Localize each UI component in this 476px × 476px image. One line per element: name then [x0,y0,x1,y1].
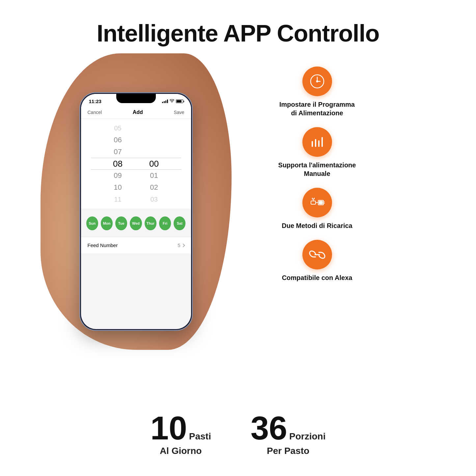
phone-screen: 11:23 [81,94,191,329]
picker-item: 10 [106,182,129,193]
phone-frame: 11:23 [80,93,192,330]
feature-manual: Supporta l'alimentazioneManuale [225,127,409,178]
link-icon-circle [302,240,332,269]
days-row: Sun Mon Tue Wed Thur Fri Sat [86,216,186,230]
day-tue[interactable]: Tue [115,216,127,230]
feature-schedule: Impostare il Programmadi Alimentazione [225,67,409,117]
stat-pasti: 10 Pasti Al Giorno [151,411,211,456]
bottom-stats: 10 Pasti Al Giorno 36 Porzioni Per Pasto [0,411,476,476]
right-panel: Impostare il Programmadi Alimentazione S… [225,60,409,282]
day-sun[interactable]: Sun [86,216,98,230]
picker-item [143,134,166,146]
phone-notch [116,94,156,103]
minute-picker[interactable]: 00 01 02 03 [143,122,166,205]
feature-schedule-text: Impostare il Programmadi Alimentazione [279,100,355,117]
phone-wrapper: 11:23 [67,67,205,330]
nav-title: Add [133,109,143,115]
chevron-right-icon [181,243,185,247]
day-sat[interactable]: Sat [174,216,185,230]
days-section: Sun Mon Tue Wed Thur Fri Sat [81,210,191,237]
status-time: 11:23 [89,98,101,104]
plug-icon-circle [302,188,332,217]
wifi-icon [170,99,174,104]
picker-item: 01 [143,170,166,182]
feature-recharge: Due Metodi di Ricarica [225,188,409,230]
nav-cancel-button[interactable]: Cancel [88,110,102,115]
picker-item-selected: 00 [143,158,166,170]
feature-manual-text: Supporta l'alimentazioneManuale [278,161,356,178]
picker-item [143,146,166,158]
picker-item [143,122,166,134]
hour-picker[interactable]: 05 06 07 08 09 10 11 [106,122,129,205]
time-picker[interactable]: 05 06 07 08 09 10 11 00 [81,119,191,209]
plug-icon [309,194,325,211]
picker-item: 11 [106,193,129,205]
bars-icon [309,134,325,150]
clock-icon [309,73,325,90]
feed-number-value: 5 [178,242,184,248]
picker-item-selected: 08 [106,158,129,170]
day-mon[interactable]: Mon [101,216,113,230]
main-content: 11:23 [0,60,476,330]
feature-alexa: Compatibile con Alexa [225,240,409,282]
feed-number-label: Feed Number [88,242,118,248]
stat-porzioni: 36 Porzioni Per Pasto [251,411,326,456]
feature-alexa-text: Compatibile con Alexa [282,273,352,282]
battery-icon [176,99,183,103]
stat-porzioni-sub: Per Pasto [251,446,326,456]
picker-item: 03 [143,193,166,205]
stat-porzioni-number: 36 Porzioni [251,411,326,444]
picker-item: 07 [106,146,129,158]
picker-item: 02 [143,182,166,193]
feature-recharge-text: Due Metodi di Ricarica [282,221,352,230]
picker-item: 06 [106,134,129,146]
status-icons [162,99,183,104]
app-nav: Cancel Add Save [81,107,191,119]
svg-point-3 [317,81,318,82]
link-icon [309,246,325,263]
feed-number-row[interactable]: Feed Number 5 [81,237,191,253]
picker-item: 09 [106,170,129,182]
bars-icon-circle [302,127,332,157]
day-wed[interactable]: Wed [130,216,142,230]
svg-rect-8 [311,201,316,204]
nav-save-button[interactable]: Save [174,110,184,115]
day-thur[interactable]: Thur [145,216,156,230]
clock-icon-circle [302,67,332,96]
stat-pasti-sub: Al Giorno [151,446,211,456]
page-title: Intelligente APP Controllo [0,0,476,60]
stat-pasti-number: 10 Pasti [151,411,211,444]
day-fri[interactable]: Fri [159,216,171,230]
picker-item: 05 [106,122,129,134]
svg-rect-16 [319,201,322,204]
signal-icon [162,99,168,103]
